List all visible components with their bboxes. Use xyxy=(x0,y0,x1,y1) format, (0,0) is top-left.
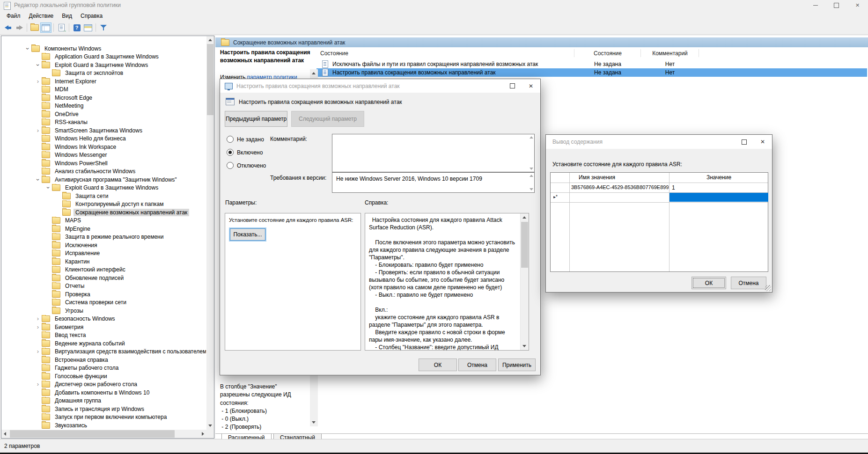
tree-item[interactable]: Голосовые функции xyxy=(1,372,206,381)
rule-value-cell[interactable]: 1 xyxy=(672,184,675,191)
close-button[interactable]: ✕ xyxy=(847,0,868,11)
version-field[interactable]: Не ниже Windows Server 2016, Windows 10 … xyxy=(332,172,535,193)
tree-item[interactable]: Встроенная справка xyxy=(1,356,206,364)
tree-item[interactable]: ›Виртуализация средств взаимодействия с … xyxy=(1,348,206,356)
radio-not-configured[interactable]: Не задано xyxy=(227,136,264,143)
chevron-collapsed-icon[interactable]: › xyxy=(34,316,42,322)
radio-disabled[interactable]: Отключено xyxy=(227,162,266,169)
tree-item[interactable]: ›Биометрия xyxy=(1,323,206,331)
tree-item[interactable]: ›Компоненты Windows xyxy=(1,44,206,53)
help-scrollbar[interactable] xyxy=(520,213,529,350)
resize-grip[interactable] xyxy=(765,285,771,291)
tree-item[interactable]: Защита от эксплойтов xyxy=(1,69,206,78)
tree-item[interactable]: Исправление xyxy=(1,249,206,258)
chevron-expanded-icon[interactable]: › xyxy=(35,176,41,183)
tree-item[interactable]: ›Exploit Guard в Защитнике Windows xyxy=(1,61,206,69)
tree-item[interactable]: Сокращение возможных направлений атак xyxy=(1,208,206,217)
extended-view-icon[interactable] xyxy=(82,22,94,33)
back-icon[interactable] xyxy=(2,22,14,33)
ok-button[interactable]: ОК xyxy=(691,277,726,289)
cancel-button[interactable]: Отмена xyxy=(458,359,496,371)
tree-item[interactable]: ›Internet Explorer xyxy=(1,77,206,86)
tree-item[interactable]: ›Exploit Guard в Защитнике Windows xyxy=(1,184,206,192)
tree-item[interactable]: Защита сети xyxy=(1,192,206,200)
scrollbar-thumb[interactable] xyxy=(207,44,213,115)
export-list-icon[interactable] xyxy=(56,22,67,33)
radio-enabled[interactable]: Включено xyxy=(227,149,263,156)
chevron-collapsed-icon[interactable]: › xyxy=(34,381,42,387)
tree-item[interactable]: ›Антивирусная программа "Защитник Window… xyxy=(1,176,206,184)
filter-icon[interactable] xyxy=(98,22,109,33)
tree-item[interactable]: Звукозапись xyxy=(1,421,206,430)
tree-item[interactable]: ›SmartScreen Защитника Windows xyxy=(1,126,206,135)
tree-item[interactable]: Windows Messenger xyxy=(1,151,206,160)
column-header-state[interactable]: Состояние xyxy=(574,50,641,57)
chevron-collapsed-icon[interactable]: › xyxy=(34,79,42,84)
rule-guid-cell[interactable]: 3B576869-A4EC-4529-8536B807769E899 xyxy=(571,184,669,190)
tree-item[interactable]: ›Безопасность Windows xyxy=(1,315,206,323)
maximize-button[interactable] xyxy=(503,79,522,93)
tree-item[interactable]: ›Диспетчер окон рабочего стола xyxy=(1,381,206,389)
scrollbar-thumb[interactable] xyxy=(10,430,175,438)
minimize-button[interactable] xyxy=(805,0,826,11)
selected-value-cell[interactable] xyxy=(669,193,768,202)
tree-item[interactable]: Домашняя группа xyxy=(1,397,206,405)
chevron-expanded-icon[interactable]: › xyxy=(35,61,41,69)
chevron-collapsed-icon[interactable]: › xyxy=(34,324,42,330)
help-icon[interactable] xyxy=(71,22,82,33)
column-header-comment[interactable]: Комментарий xyxy=(641,50,699,57)
comment-field[interactable] xyxy=(332,134,535,172)
apply-button[interactable]: Применить xyxy=(498,359,536,371)
tree-item[interactable]: Windows Hello для бизнеса xyxy=(1,135,206,143)
tree-item[interactable]: Windows PowerShell xyxy=(1,159,206,168)
maximize-button[interactable] xyxy=(735,135,753,149)
tree-item[interactable]: Microsoft Edge xyxy=(1,94,206,102)
tree-vertical-scrollbar[interactable] xyxy=(206,36,214,430)
console-tree-icon[interactable] xyxy=(40,22,51,33)
tree-horizontal-scrollbar[interactable] xyxy=(1,430,206,438)
tree-item[interactable]: Добавить компоненты в Windows 10 xyxy=(1,388,206,397)
tree-item[interactable]: Гаджеты рабочего стола xyxy=(1,364,206,373)
chevron-expanded-icon[interactable]: › xyxy=(45,184,51,191)
chevron-collapsed-icon[interactable]: › xyxy=(34,128,42,133)
menu-view[interactable]: Вид xyxy=(58,11,76,21)
ok-button[interactable]: ОК xyxy=(419,359,457,371)
scrollbar-thumb[interactable] xyxy=(521,222,528,268)
list-row[interactable]: Исключать файлы и пути из правил сокраще… xyxy=(215,60,868,68)
up-one-level-icon[interactable] xyxy=(29,22,40,33)
column-header-setting[interactable]: Состояние xyxy=(320,50,348,57)
tree-item[interactable]: OneDrive xyxy=(1,110,206,118)
tree-item[interactable]: Клиентский интерфейс xyxy=(1,266,206,274)
tree-item[interactable]: NetMeeting xyxy=(1,102,206,110)
tree-item[interactable]: Система проверки сети xyxy=(1,299,206,307)
menu-help[interactable]: Справка xyxy=(76,11,107,21)
table-header-value[interactable]: Значение xyxy=(669,174,769,181)
chevron-expanded-icon[interactable]: › xyxy=(25,45,30,52)
tree-item[interactable]: Ведение журнала событий xyxy=(1,339,206,348)
chevron-collapsed-icon[interactable]: › xyxy=(34,349,42,354)
tree-item[interactable]: Отчеты xyxy=(1,282,206,291)
tree-item[interactable]: Windows Ink Workspace xyxy=(1,143,206,151)
tree-item[interactable]: MDM xyxy=(1,86,206,94)
tree-item[interactable]: Запуск при первом включении компьютера xyxy=(1,413,206,422)
tree-item[interactable]: Угрозы xyxy=(1,307,206,315)
next-setting-button[interactable]: Следующий параметр xyxy=(291,111,364,127)
tree-item[interactable]: Карантин xyxy=(1,257,206,266)
tree-item[interactable]: MpEngine xyxy=(1,225,206,233)
close-button[interactable]: ✕ xyxy=(522,79,540,93)
tree-item[interactable]: Запись и трансляция игр Windows xyxy=(1,405,206,413)
cancel-button[interactable]: Отмена xyxy=(731,277,766,289)
tree-item[interactable]: Ввод текста xyxy=(1,331,206,340)
menu-action[interactable]: Действие xyxy=(25,11,58,21)
tree-item[interactable]: MAPS xyxy=(1,217,206,225)
tree-item[interactable]: Анализ стабильности Windows xyxy=(1,168,206,176)
tree-item[interactable]: RSS-каналы xyxy=(1,118,206,127)
tree-item[interactable]: Исключения xyxy=(1,241,206,249)
previous-setting-button[interactable]: Предыдущий параметр xyxy=(225,111,287,127)
close-button[interactable]: ✕ xyxy=(753,135,772,149)
table-header-name[interactable]: Имя значения xyxy=(579,174,615,181)
tree-item[interactable]: Application Guard в Защитнике Windows xyxy=(1,53,206,61)
tree-item[interactable]: Проверка xyxy=(1,290,206,299)
forward-icon[interactable] xyxy=(14,22,25,33)
maximize-button[interactable] xyxy=(826,0,847,11)
